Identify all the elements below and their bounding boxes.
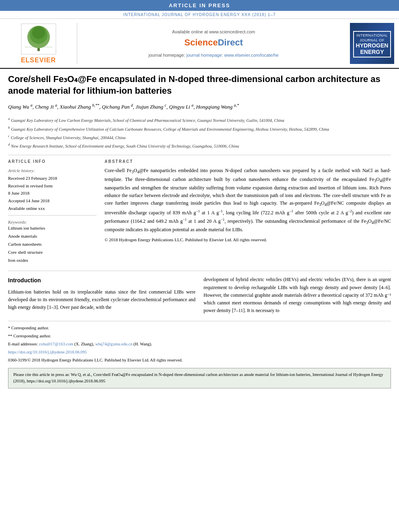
sciencedirect-brand: ScienceDirect: [184, 37, 243, 48]
doi-link[interactable]: https://doi.org/10.1016/j.ijhydene.2018.…: [8, 350, 87, 354]
intro-right-col: development of hybrid electric vehicles …: [204, 276, 391, 314]
divider-1: [8, 155, 391, 155]
intro-heading: Introduction: [8, 276, 195, 285]
keyword-3: Carbon nanosheets: [8, 240, 97, 249]
he-subtitle: INTERNATIONAL JOURNAL OF: [356, 33, 389, 43]
journal-header-text: INTERNATIONAL JOURNAL OF HYDROGEN ENERGY…: [123, 12, 276, 17]
article-info-abstract: ARTICLE INFO Article history: Received 2…: [8, 159, 391, 264]
footnote-issn: 0360-3199/© 2018 Hydrogen Energy Publica…: [8, 357, 391, 364]
he-title-line1: HYDROGEN: [356, 43, 389, 49]
journal-header: INTERNATIONAL JOURNAL OF HYDROGEN ENERGY…: [0, 11, 399, 19]
keyword-5: Iron oxides: [8, 257, 97, 265]
svg-point-4: [32, 26, 45, 39]
email-2-author: (H. Wang).: [134, 342, 152, 346]
article-history: Article history: Received 23 February 20…: [8, 167, 97, 212]
elsevier-tree-icon: [21, 23, 57, 55]
footnotes-section: * Corresponding author. ** Corresponding…: [8, 321, 391, 364]
article-info-heading: ARTICLE INFO: [8, 159, 97, 164]
keyword-list: Lithium ion batteries Anode materials Ca…: [8, 224, 97, 264]
he-logo-box: INTERNATIONAL JOURNAL OF HYDROGEN ENERGY: [353, 31, 391, 58]
received-revised-label: Received in revised form: [8, 182, 97, 190]
intro-left-col: Introduction Lithium-ion batteries hold …: [8, 276, 195, 314]
affil-d: d New Energy Research Institute, School …: [8, 142, 391, 149]
article-in-press-banner: ARTICLE IN PRESS: [0, 0, 399, 11]
abstract-heading: ABSTRACT: [105, 159, 391, 164]
affil-c: c College of Sciences, Shanghai Universi…: [8, 134, 391, 141]
citation-text: Please cite this article in press as: Wu…: [13, 372, 383, 384]
received-1: Received 23 February 2018: [8, 175, 97, 182]
email-1-author: (X. Zhang),: [74, 342, 94, 346]
footnote-doi: https://doi.org/10.1016/j.ijhydene.2018.…: [8, 349, 391, 356]
affil-a: a Guangxi Key Laboratory of Low Carbon E…: [8, 116, 391, 123]
intro-two-col: Introduction Lithium-ion batteries hold …: [8, 276, 391, 314]
article-info-col: ARTICLE INFO Article history: Received 2…: [8, 159, 97, 264]
accepted: Accepted 14 June 2018: [8, 197, 97, 205]
history-label: Article history:: [8, 167, 97, 175]
email-link-1[interactable]: zxhui017@163.com: [39, 342, 73, 346]
divider-keywords: [8, 215, 97, 216]
intro-left-text: Lithium-ion batteries hold on its irrepl…: [8, 288, 195, 312]
citation-box: Please cite this article in press as: Wu…: [8, 368, 391, 389]
footnote-emails: E-mail addresses: zxhui017@163.com (X. Z…: [8, 341, 391, 348]
center-header: Available online at www.sciencedirect.co…: [77, 23, 350, 64]
authors-line: Qiang Wu a, Cheng Ji a, Xiaohui Zhang b,…: [8, 102, 391, 111]
top-section: ELSEVIER Available online at www.science…: [0, 19, 399, 69]
abstract-copyright: © 2018 Hydrogen Energy Publications LLC.…: [105, 237, 391, 242]
email-label: E-mail addresses:: [8, 342, 38, 346]
footnote-corresponding-2: ** Corresponding author.: [8, 333, 391, 340]
keywords-label: Keywords:: [8, 220, 97, 224]
keyword-2: Anode materials: [8, 232, 97, 240]
main-content: Core/shell Fe₃O₄@Fe encapsulated in N-do…: [0, 69, 399, 393]
available-online: Available online xxx: [8, 205, 97, 212]
intro-right-text: development of hybrid electric vehicles …: [204, 276, 391, 314]
received-revised-date: 8 June 2018: [8, 189, 97, 197]
abstract-col: ABSTRACT Core-shell Fe3O4@Fe nanoparticl…: [105, 159, 391, 264]
journal-homepage-link[interactable]: journal homepage: www.elsevier.com/locat…: [186, 53, 278, 58]
available-online-text: Available online at www.sciencedirect.co…: [172, 29, 255, 34]
hydrogen-energy-cover: INTERNATIONAL JOURNAL OF HYDROGEN ENERGY: [350, 23, 394, 64]
keyword-4: Core shell structure: [8, 249, 97, 257]
keyword-1: Lithium ion batteries: [8, 224, 97, 232]
keywords-section: Keywords: Lithium ion batteries Anode ma…: [8, 220, 97, 264]
elsevier-logo: ELSEVIER: [21, 23, 57, 64]
he-title-line2: ENERGY: [356, 49, 389, 55]
abstract-text: Core-shell Fe3O4@Fe nanoparticles embedd…: [105, 167, 391, 234]
introduction-section: Introduction Lithium-ion batteries hold …: [8, 271, 391, 314]
affiliations: a Guangxi Key Laboratory of Low Carbon E…: [8, 116, 391, 149]
affil-b: b Guangxi Key Laboratory of Comprehensiv…: [8, 125, 391, 132]
journal-homepage: journal homepage: journal homepage: www.…: [148, 53, 278, 58]
footnote-corresponding-1: * Corresponding author.: [8, 325, 391, 332]
elsevier-brand-text: ELSEVIER: [21, 57, 56, 64]
article-title: Core/shell Fe₃O₄@Fe encapsulated in N-do…: [8, 74, 391, 97]
banner-text: ARTICLE IN PRESS: [169, 2, 230, 8]
email-link-2[interactable]: whq74@gxmu.edu.cn: [95, 342, 133, 346]
elsevier-logo-area: ELSEVIER: [5, 23, 77, 64]
